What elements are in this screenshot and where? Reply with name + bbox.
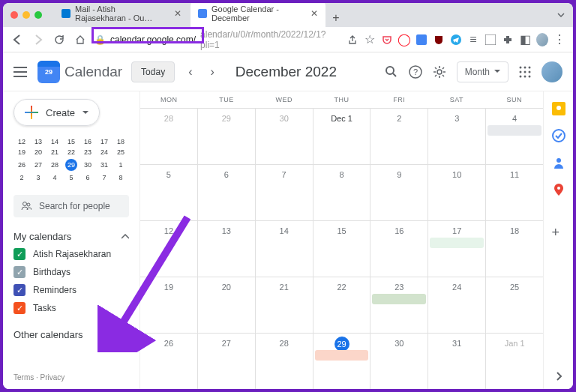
- minical-day[interactable]: 30: [80, 157, 96, 172]
- ext-icon-1[interactable]: [416, 34, 428, 46]
- account-avatar[interactable]: [542, 61, 562, 82]
- day-cell[interactable]: 21: [256, 277, 314, 333]
- other-calendars-toggle[interactable]: Other calendars +: [14, 328, 129, 341]
- event-chip[interactable]: [315, 350, 369, 361]
- day-cell[interactable]: 23: [370, 277, 428, 333]
- minical-day[interactable]: 20: [30, 147, 46, 157]
- tasks-icon[interactable]: [552, 129, 566, 142]
- minical-day[interactable]: 14: [46, 136, 63, 147]
- view-selector[interactable]: Month: [457, 61, 508, 82]
- day-cell[interactable]: 25: [486, 277, 543, 333]
- minical-day[interactable]: 27: [30, 157, 46, 172]
- checkbox-icon[interactable]: ✓: [14, 284, 26, 296]
- mini-calendar[interactable]: 1213141516171819202122232425262728293031…: [14, 136, 129, 183]
- day-cell[interactable]: 29: [314, 334, 371, 389]
- tab-calendar[interactable]: Google Calendar - December ✕: [190, 3, 326, 27]
- minical-day[interactable]: 2: [14, 172, 30, 183]
- minical-day[interactable]: 23: [80, 147, 96, 157]
- day-cell[interactable]: 31: [428, 334, 486, 389]
- minical-day[interactable]: 24: [96, 147, 112, 157]
- calendar-logo[interactable]: 29 Calendar: [38, 61, 122, 83]
- day-cell[interactable]: 19: [140, 277, 198, 333]
- ext-icon-4[interactable]: ◧: [519, 34, 531, 46]
- minical-day[interactable]: 13: [30, 136, 46, 147]
- hide-panel-button[interactable]: [555, 371, 562, 382]
- day-cell[interactable]: 8: [314, 165, 371, 220]
- day-cell[interactable]: 27: [198, 334, 256, 389]
- day-cell[interactable]: Jan 1: [486, 334, 543, 389]
- minical-day[interactable]: 5: [63, 172, 80, 183]
- minical-day[interactable]: 4: [46, 172, 63, 183]
- chevron-down-icon[interactable]: [556, 10, 566, 19]
- minical-day[interactable]: 3: [30, 172, 46, 183]
- day-cell[interactable]: 5: [140, 165, 198, 220]
- minical-day[interactable]: 6: [80, 172, 96, 183]
- day-cell[interactable]: 20: [198, 277, 256, 333]
- day-cell[interactable]: 18: [486, 221, 543, 277]
- add-calendar-button[interactable]: +: [107, 328, 114, 341]
- share-icon[interactable]: [346, 34, 358, 46]
- search-icon[interactable]: [385, 65, 398, 79]
- keep-icon[interactable]: [552, 102, 566, 115]
- calendar-item[interactable]: ✓Atish Rajasekharan: [14, 248, 129, 260]
- my-calendars-toggle[interactable]: My calendars: [14, 231, 129, 242]
- next-month-button[interactable]: ›: [206, 65, 218, 79]
- minical-day[interactable]: 25: [112, 147, 129, 157]
- traffic-close[interactable]: [10, 11, 18, 19]
- close-icon[interactable]: ✕: [174, 8, 182, 19]
- tab-mail[interactable]: Mail - Atish Rajasekharan - Ou… ✕: [54, 3, 189, 27]
- create-button[interactable]: Create: [14, 99, 100, 126]
- minical-day[interactable]: 17: [96, 136, 112, 147]
- telegram-icon[interactable]: [450, 34, 462, 46]
- opera-icon[interactable]: ◯: [398, 34, 410, 46]
- minical-day[interactable]: 28: [46, 157, 63, 172]
- pocket-icon[interactable]: [381, 34, 393, 46]
- maps-icon[interactable]: [552, 183, 566, 196]
- day-cell[interactable]: 26: [140, 334, 198, 389]
- back-button[interactable]: [10, 33, 24, 46]
- event-chip[interactable]: [488, 125, 542, 136]
- contacts-icon[interactable]: [552, 156, 566, 169]
- checkbox-icon[interactable]: ✓: [14, 302, 26, 314]
- day-cell[interactable]: 16: [370, 221, 428, 277]
- calendar-item[interactable]: ✓Birthdays: [14, 266, 129, 278]
- day-cell[interactable]: 30: [256, 109, 314, 164]
- ext-icon-3[interactable]: [484, 34, 496, 46]
- reload-button[interactable]: [52, 33, 66, 46]
- new-tab-button[interactable]: +: [327, 9, 345, 27]
- minical-day[interactable]: 7: [96, 172, 112, 183]
- day-cell[interactable]: 30: [370, 334, 428, 389]
- checkbox-icon[interactable]: ✓: [14, 248, 26, 260]
- event-chip[interactable]: [372, 294, 426, 304]
- day-cell[interactable]: 17: [428, 221, 486, 277]
- minical-day[interactable]: 29: [63, 157, 80, 172]
- day-cell[interactable]: 14: [256, 221, 314, 277]
- day-cell[interactable]: 28: [256, 334, 314, 389]
- ext-icon-2[interactable]: ≡: [467, 34, 479, 46]
- minical-day[interactable]: 18: [112, 136, 129, 147]
- day-cell[interactable]: 3: [428, 109, 486, 164]
- traffic-min[interactable]: [22, 11, 30, 19]
- traffic-max[interactable]: [34, 11, 42, 19]
- day-cell[interactable]: 11: [486, 165, 543, 220]
- minical-day[interactable]: 8: [112, 172, 129, 183]
- calendar-item[interactable]: ✓Tasks: [14, 302, 129, 314]
- minical-day[interactable]: 12: [14, 136, 30, 147]
- minical-day[interactable]: 26: [14, 157, 30, 172]
- minical-day[interactable]: 1: [112, 157, 129, 172]
- profile-avatar[interactable]: [536, 34, 548, 46]
- day-cell[interactable]: 28: [140, 109, 198, 164]
- today-button[interactable]: Today: [131, 61, 175, 82]
- day-cell[interactable]: 13: [198, 221, 256, 277]
- search-people-input[interactable]: Search for people: [14, 195, 129, 217]
- day-cell[interactable]: 12: [140, 221, 198, 277]
- home-button[interactable]: [74, 33, 87, 46]
- checkbox-icon[interactable]: ✓: [14, 266, 26, 278]
- calendar-item[interactable]: ✓Reminders: [14, 284, 129, 296]
- minical-day[interactable]: 16: [80, 136, 96, 147]
- close-icon[interactable]: ✕: [310, 8, 318, 19]
- day-cell[interactable]: 10: [428, 165, 486, 220]
- add-addon-button[interactable]: +: [552, 225, 566, 238]
- day-cell[interactable]: 7: [256, 165, 314, 220]
- day-cell[interactable]: 9: [370, 165, 428, 220]
